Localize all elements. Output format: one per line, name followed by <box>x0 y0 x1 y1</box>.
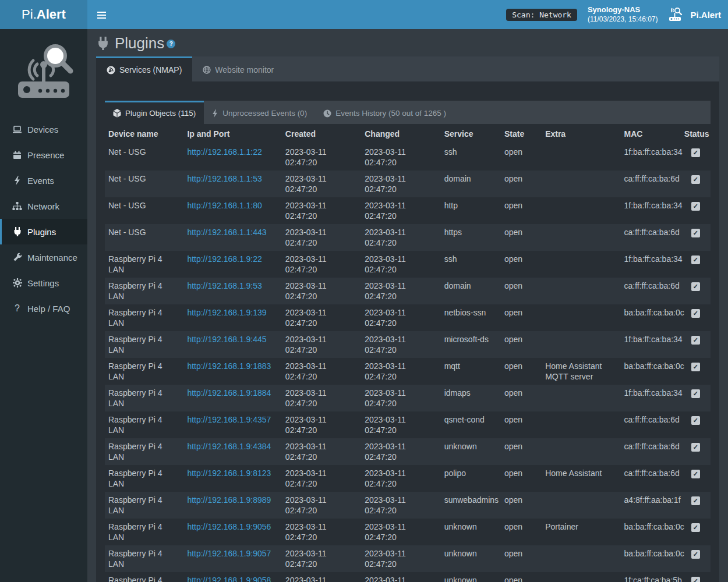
extra-cell <box>542 385 620 411</box>
col-header-mac: MAC <box>621 124 681 144</box>
main-tab-bar: Services (NMAP) Website monitor <box>96 56 719 81</box>
mac-cell: 1f:ba:ff:ca:ba:34 <box>621 385 681 411</box>
service-cell: qsnet-cond <box>441 411 501 438</box>
status-checkbox[interactable]: ✓ <box>691 148 700 157</box>
extra-cell <box>542 278 620 304</box>
ip-port-link[interactable]: http://192.168.1.1:53 <box>187 174 261 183</box>
ip-port-link[interactable]: http://192.168.1.9:4384 <box>187 442 271 451</box>
created-cell: 2023-03-11 02:47:20 <box>282 304 361 331</box>
sidebar-item-events[interactable]: Events <box>0 168 87 193</box>
ip-port-cell: http://192.168.1.9:8123 <box>183 465 281 492</box>
changed-cell: 2023-03-11 02:47:20 <box>361 331 440 358</box>
status-checkbox[interactable]: ✓ <box>691 363 700 371</box>
status-cell: ✓ <box>681 519 711 545</box>
tab-label: Services (NMAP) <box>119 65 182 74</box>
status-checkbox[interactable]: ✓ <box>691 175 700 184</box>
status-checkbox[interactable]: ✓ <box>691 416 700 425</box>
status-checkbox[interactable]: ✓ <box>691 336 700 345</box>
ip-port-link[interactable]: http://192.168.1.1:80 <box>187 201 261 210</box>
ip-port-link[interactable]: http://192.168.1.9:1884 <box>187 388 271 398</box>
extra-cell <box>542 492 620 519</box>
sidebar-item-label: Devices <box>27 125 58 134</box>
sidebar-item-network[interactable]: Network <box>0 193 87 219</box>
sidebar-item-plugins[interactable]: Plugins <box>0 219 87 244</box>
hamburger-icon[interactable] <box>95 9 109 20</box>
ip-port-link[interactable]: http://192.168.1.9:139 <box>187 308 266 317</box>
tab-website-monitor[interactable]: Website monitor <box>192 56 284 81</box>
changed-cell: 2023-03-11 02:47:20 <box>361 465 440 492</box>
table-row: Raspberry Pi 4 LANhttp://192.168.1.9:905… <box>105 545 711 572</box>
subtab-unprocessed-events[interactable]: Unprocessed Events (0) <box>204 101 315 124</box>
extra-cell: Home Assistant <box>542 465 620 492</box>
status-checkbox[interactable]: ✓ <box>691 496 700 505</box>
sidebar-item-presence[interactable]: Presence <box>0 142 87 168</box>
sidebar-item-devices[interactable]: Devices <box>0 116 87 142</box>
status-checkbox[interactable]: ✓ <box>691 470 700 478</box>
status-checkbox[interactable]: ✓ <box>691 202 700 211</box>
ip-port-link[interactable]: http://192.168.1.9:445 <box>187 335 266 344</box>
changed-cell: 2023-03-11 02:47:20 <box>361 304 440 331</box>
ip-port-link[interactable]: http://192.168.1.9:22 <box>187 254 261 264</box>
device-name-cell: Raspberry Pi 4 LAN <box>105 331 183 358</box>
state-cell: open <box>501 492 542 519</box>
ip-port-link[interactable]: http://192.168.1.9:9057 <box>187 549 271 558</box>
status-checkbox[interactable]: ✓ <box>691 255 700 264</box>
state-cell: open <box>501 465 542 492</box>
mac-cell: a4:8f:ff:aa:ba:1f <box>621 492 681 519</box>
created-cell: 2023-03-11 02:47:20 <box>282 411 361 438</box>
ip-port-link[interactable]: http://192.168.1.9:4357 <box>187 415 271 424</box>
subtab-plugin-objects[interactable]: Plugin Objects (115) <box>105 101 204 124</box>
sidebar-item-help-faq[interactable]: ? Help / FAQ <box>0 296 87 321</box>
status-checkbox[interactable]: ✓ <box>691 389 700 398</box>
ip-port-link[interactable]: http://192.168.1.9:8989 <box>187 495 271 505</box>
created-cell: 2023-03-11 02:47:20 <box>282 519 361 545</box>
status-cell: ✓ <box>681 251 711 278</box>
service-cell: unknown <box>441 572 501 582</box>
wrench-icon <box>12 253 22 262</box>
ip-port-cell: http://192.168.1.1:53 <box>183 171 281 197</box>
status-checkbox[interactable]: ✓ <box>691 550 700 559</box>
mac-cell: 1f:ba:ff:ca:ba:34 <box>621 144 681 171</box>
changed-cell: 2023-03-11 02:47:20 <box>361 171 440 197</box>
table-row: Raspberry Pi 4 LANhttp://192.168.1.9:435… <box>105 411 711 438</box>
tab-services-nmap[interactable]: Services (NMAP) <box>96 56 192 81</box>
brand-bold: Alert <box>37 7 66 22</box>
ip-port-link[interactable]: http://192.168.1.9:53 <box>187 281 261 290</box>
service-cell: http <box>441 197 501 224</box>
laptop-icon <box>12 125 22 134</box>
ip-port-link[interactable]: http://192.168.1.9:9058 <box>187 576 271 582</box>
status-checkbox[interactable]: ✓ <box>691 229 700 237</box>
ip-port-link[interactable]: http://192.168.1.1:443 <box>187 228 266 237</box>
ip-port-link[interactable]: http://192.168.1.9:9056 <box>187 522 271 531</box>
subtab-events-history[interactable]: Events History (50 out of 1265 ) <box>315 101 454 124</box>
status-checkbox[interactable]: ✓ <box>691 282 700 291</box>
sidebar-item-settings[interactable]: Settings <box>0 270 87 296</box>
ip-port-link[interactable]: http://192.168.1.9:1883 <box>187 361 271 371</box>
question-icon: ? <box>12 303 22 314</box>
help-badge[interactable]: ? <box>167 40 175 48</box>
changed-cell: 2023-03-11 02:47:20 <box>361 545 440 572</box>
created-cell: 2023-03-11 02:47:20 <box>282 385 361 411</box>
ip-port-cell: http://192.168.1.1:80 <box>183 197 281 224</box>
extra-cell: Home Assistant MQTT server <box>542 358 620 385</box>
table-row: Raspberry Pi 4 LANhttp://192.168.1.9:445… <box>105 331 711 358</box>
device-name-cell: Raspberry Pi 4 LAN <box>105 385 183 411</box>
ip-port-link[interactable]: http://192.168.1.9:8123 <box>187 469 271 478</box>
subtab-label: Events History (50 out of 1265 ) <box>335 109 446 118</box>
brand-logo[interactable]: Pi.Alert <box>0 0 87 29</box>
status-checkbox[interactable]: ✓ <box>691 523 700 532</box>
status-checkbox[interactable]: ✓ <box>691 309 700 318</box>
ip-port-link[interactable]: http://192.168.1.1:22 <box>187 147 261 157</box>
service-cell: sunwebadmins <box>441 492 501 519</box>
mac-cell: 1f:ba:ff:ca:ba:34 <box>621 331 681 358</box>
host-name: Synology-NAS <box>588 5 658 15</box>
status-checkbox[interactable]: ✓ <box>691 577 700 582</box>
service-cell: https <box>441 224 501 251</box>
status-checkbox[interactable]: ✓ <box>691 443 700 452</box>
extra-cell <box>542 171 620 197</box>
col-header-device-name: Device name <box>105 124 183 144</box>
state-cell: open <box>501 304 542 331</box>
col-header-changed: Changed <box>361 124 440 144</box>
changed-cell: 2023-03-11 02:47:20 <box>361 438 440 465</box>
sidebar-item-maintenance[interactable]: Maintenance <box>0 244 87 270</box>
